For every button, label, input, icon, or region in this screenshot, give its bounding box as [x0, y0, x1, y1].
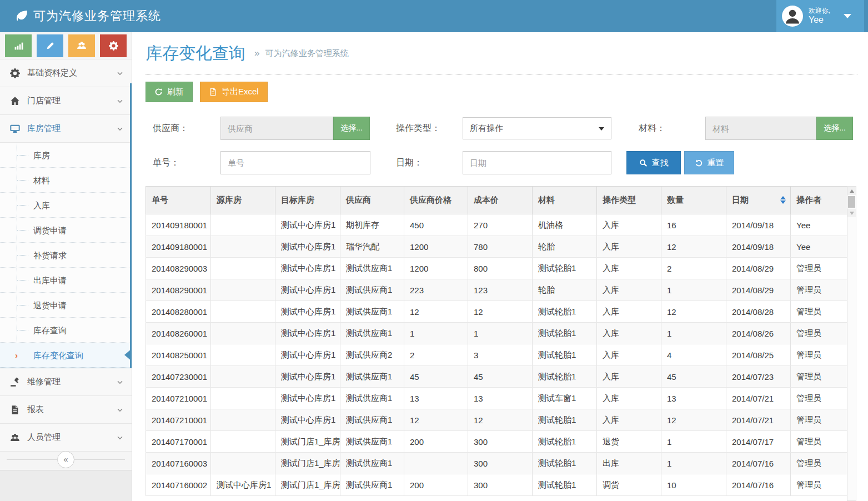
table-cell: 测试门店1_库房1 — [275, 431, 340, 453]
document-icon — [10, 405, 20, 415]
vertical-scrollbar[interactable] — [847, 186, 856, 501]
column-header[interactable]: 源库房 — [211, 187, 275, 214]
column-header[interactable]: 操作类型 — [597, 187, 661, 214]
column-header[interactable]: 目标库房 — [275, 187, 340, 214]
table-row[interactable]: 201408280001测试中心库房1测试供应商11212测试轮胎1入库1220… — [146, 301, 847, 323]
sidebar-item-warehouse-mgmt[interactable]: 库房管理 — [0, 115, 132, 143]
table-cell: 201407160003 — [146, 453, 211, 474]
column-header-label: 成本价 — [474, 195, 499, 204]
operation-type-select[interactable]: 所有操作 — [463, 117, 611, 139]
column-header[interactable]: 材料 — [533, 187, 597, 214]
pencil-icon[interactable] — [37, 34, 63, 57]
table-cell: 201407230001 — [146, 366, 211, 388]
table-cell: 测试轮胎1 — [533, 344, 597, 366]
table-cell: 201408290003 — [146, 258, 211, 279]
table-cell: 测试轮胎1 — [533, 431, 597, 453]
app-window: 可为汽修业务管理系统 欢迎你, Yee — [0, 0, 868, 501]
scrollbar-thumb[interactable] — [848, 196, 855, 208]
brand: 可为汽修业务管理系统 — [14, 0, 161, 32]
sidebar-subitem-label: 库存变化查询 — [33, 350, 83, 360]
sidebar-collapse-button[interactable]: « — [57, 451, 74, 468]
sidebar-item-personnel[interactable]: 人员管理 — [0, 424, 132, 452]
sidebar-footer — [0, 470, 132, 501]
material-label: 材料： — [639, 117, 665, 140]
table-row[interactable]: 201408290003测试中心库房1测试供应商11200800测试轮胎1入库2… — [146, 258, 847, 279]
table-cell — [211, 258, 275, 279]
sidebar-subitem[interactable]: 材料 — [0, 168, 132, 193]
date-input[interactable] — [463, 151, 611, 174]
sidebar-subitem[interactable]: ›库存变化查询 — [0, 343, 132, 368]
table-cell: 入库 — [597, 279, 661, 301]
table-cell: 800 — [468, 258, 533, 279]
table-row[interactable]: 201409180001测试中心库房1期初库存450270机油格入库162014… — [146, 214, 847, 236]
app-title: 可为汽修业务管理系统 — [33, 8, 161, 24]
table-cell — [211, 323, 275, 344]
column-header[interactable]: 供应商价格 — [404, 187, 468, 214]
table-cell: 2014/08/28 — [726, 301, 791, 323]
table-row[interactable]: 201409180001测试中心库房1瑞华汽配1200780轮胎入库122014… — [146, 236, 847, 258]
gears-icon[interactable] — [100, 34, 127, 57]
table-cell: 管理员 — [791, 474, 847, 496]
table-cell: 测试中心库房1 — [275, 323, 340, 344]
table-cell: 测试中心库房1 — [211, 474, 275, 496]
sidebar-item-repair-mgmt[interactable]: 维修管理 — [0, 368, 132, 396]
sidebar-subitem[interactable]: 补货请求 — [0, 243, 132, 268]
scroll-down-button[interactable] — [847, 209, 856, 217]
scroll-up-button[interactable] — [847, 187, 856, 195]
column-header[interactable]: 数量 — [661, 187, 726, 214]
table-row[interactable]: 201407230001测试中心库房1测试供应商14545测试轮胎1入库4520… — [146, 366, 847, 388]
material-select-button[interactable]: 选择... — [816, 117, 853, 140]
table-row[interactable]: 201407160002测试中心库房1测试门店1_库房1测试供应商1200300… — [146, 474, 847, 496]
order-no-input[interactable] — [220, 151, 370, 174]
sidebar-subitem[interactable]: 库房 — [0, 143, 132, 168]
table-cell: 45 — [468, 366, 533, 388]
file-icon — [209, 88, 217, 96]
user-menu[interactable]: 欢迎你, Yee — [776, 0, 864, 32]
table-cell: 2014/07/16 — [726, 474, 791, 496]
chart-bars-icon[interactable] — [5, 34, 32, 57]
table-row[interactable]: 201408250001测试中心库房1测试供应商223测试轮胎1入库42014/… — [146, 344, 847, 366]
export-excel-button[interactable]: 导出Excel — [200, 82, 268, 102]
sidebar-item-basic-data[interactable]: 基础资料定义 — [0, 59, 132, 87]
table-cell: 测试轮胎1 — [533, 301, 597, 323]
table-cell: 测试门店1_库房1 — [275, 474, 340, 496]
users-icon — [10, 433, 20, 443]
column-header[interactable]: 供应商 — [340, 187, 404, 214]
table-cell: 入库 — [597, 366, 661, 388]
table-cell: 13 — [468, 388, 533, 409]
table-row[interactable]: 201407160003测试门店1_库房1测试供应商1300测试轮胎1出库120… — [146, 453, 847, 474]
sidebar-subitem[interactable]: 出库申请 — [0, 268, 132, 293]
sidebar-subitem[interactable]: 退货申请 — [0, 293, 132, 318]
supplier-select-button[interactable]: 选择... — [333, 117, 370, 140]
table-row[interactable]: 201408290001测试中心库房1测试供应商1223123轮胎入库12014… — [146, 279, 847, 301]
table-row[interactable]: 201407170001测试门店1_库房1测试供应商1200300测试轮胎1退货… — [146, 431, 847, 453]
table-cell: 12 — [661, 409, 726, 431]
column-header[interactable]: 单号 — [146, 187, 211, 214]
sidebar-subitem[interactable]: 调货申请 — [0, 218, 132, 243]
column-header[interactable]: 操作者 — [791, 187, 847, 214]
search-button[interactable]: 查找 — [626, 151, 681, 174]
sidebar-subitem-label: 退货申请 — [33, 300, 67, 310]
table-cell: 测试中心库房1 — [275, 301, 340, 323]
table-cell: 2014/07/21 — [726, 388, 791, 409]
table-cell: 450 — [404, 214, 468, 236]
sidebar-subitem[interactable]: 库存查询 — [0, 318, 132, 343]
page-title: 库存变化查询 — [145, 42, 245, 65]
column-header-label: 操作者 — [796, 195, 821, 204]
table-row[interactable]: 201408260001测试中心库房1测试供应商111测试轮胎1入库12014/… — [146, 323, 847, 344]
sort-icon[interactable] — [780, 196, 786, 204]
sidebar-item-store-mgmt[interactable]: 门店管理 — [0, 87, 132, 115]
table-cell: 2 — [404, 344, 468, 366]
column-header[interactable]: 日期 — [726, 187, 791, 214]
sidebar-item-reports[interactable]: 报表 — [0, 396, 132, 424]
reset-button[interactable]: 重置 — [684, 151, 734, 174]
column-header[interactable]: 成本价 — [468, 187, 533, 214]
table-row[interactable]: 201407210001测试中心库房1测试供应商11313测试车窗1入库1320… — [146, 388, 847, 409]
users-icon[interactable] — [68, 34, 95, 57]
column-header-label: 供应商 — [346, 195, 371, 204]
inventory-change-table: 单号源库房目标库房供应商供应商价格成本价材料操作类型数量日期操作者 201409… — [145, 186, 847, 496]
refresh-button[interactable]: 刷新 — [145, 82, 193, 102]
table-row[interactable]: 201407210001测试中心库房1测试供应商11212测试轮胎1入库1220… — [146, 409, 847, 431]
sidebar-subitem[interactable]: 入库 — [0, 193, 132, 218]
sidebar-item-label: 人员管理 — [27, 432, 61, 443]
